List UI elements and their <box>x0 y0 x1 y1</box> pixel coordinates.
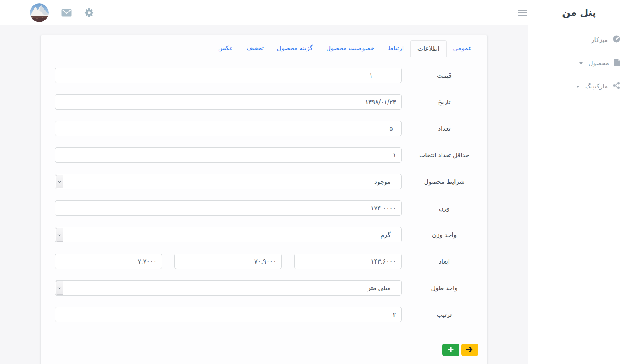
hamburger-menu-icon[interactable] <box>518 10 527 16</box>
sidebar-item-marketing[interactable]: مارکتینگ <box>528 79 631 94</box>
dimension-width-input[interactable] <box>174 254 282 269</box>
sidebar-item-label: مارکتینگ <box>585 83 608 90</box>
field-label: ابعاد <box>402 258 487 265</box>
chevron-down-icon <box>57 179 61 183</box>
dimension-length-input[interactable] <box>294 254 401 269</box>
field-label: ترتیب <box>402 311 487 318</box>
condition-select-value: موجود <box>374 178 391 186</box>
top-bar: پنل من <box>0 0 631 25</box>
select-dropdown-button[interactable] <box>56 228 63 242</box>
form-row-length-unit: واحد طول میلی متر <box>41 280 487 296</box>
form-row-min-select: حداقل تعداد انتخاب <box>41 147 487 163</box>
field-label: واحد وزن <box>402 231 487 239</box>
file-icon <box>614 59 620 68</box>
page-title: پنل من <box>562 7 596 18</box>
form-row-weight-unit: واحد وزن گرم <box>41 227 487 242</box>
chevron-down-icon <box>579 62 583 64</box>
form-actions <box>41 344 487 364</box>
chevron-down-icon <box>57 286 61 289</box>
form-row-date: تاریخ <box>41 94 487 110</box>
condition-select[interactable]: موجود <box>55 174 402 189</box>
field-label: واحد طول <box>402 284 487 292</box>
sort-order-input[interactable] <box>55 307 402 322</box>
form-row-sort-order: ترتیب <box>41 307 487 322</box>
form-row-condition: شرایط محصول موجود <box>41 174 487 189</box>
length-unit-select[interactable]: میلی متر <box>55 280 402 296</box>
sidebar-item-label: محصول <box>589 59 609 67</box>
weight-unit-select[interactable]: گرم <box>55 227 402 242</box>
add-button[interactable] <box>442 344 459 356</box>
plus-icon <box>447 346 454 354</box>
dashboard-icon <box>613 35 620 44</box>
product-info-form: قیمت تاریخ تعداد <box>41 57 487 364</box>
date-input[interactable] <box>55 94 402 110</box>
weight-unit-select-value: گرم <box>381 231 391 239</box>
tab-bar: عمومی اطلاعات ارتباط خصوصیت محصول گزینه … <box>45 40 483 57</box>
product-card: عمومی اطلاعات ارتباط خصوصیت محصول گزینه … <box>40 35 488 364</box>
sidebar-item-dashboard[interactable]: میزکار <box>528 32 631 47</box>
select-dropdown-button[interactable] <box>56 281 63 295</box>
field-label: شرایط محصول <box>402 178 487 186</box>
share-icon <box>613 82 620 91</box>
weight-input[interactable] <box>55 200 402 216</box>
field-label: وزن <box>402 205 487 212</box>
field-label: تاریخ <box>402 98 487 106</box>
form-row-dimensions: ابعاد <box>41 254 487 269</box>
brand-area: پنل من <box>527 7 631 18</box>
field-label: حداقل تعداد انتخاب <box>402 151 487 159</box>
mail-icon[interactable] <box>61 9 72 17</box>
arrow-right-icon <box>465 347 474 354</box>
submit-button[interactable] <box>461 344 478 356</box>
field-label: قیمت <box>402 72 487 79</box>
tab-general[interactable]: عمومی <box>447 40 479 57</box>
tab-photo[interactable]: عکس <box>211 40 240 57</box>
min-select-input[interactable] <box>55 147 402 163</box>
tab-product-option[interactable]: گزینه محصول <box>270 40 319 57</box>
select-dropdown-button[interactable] <box>56 175 63 188</box>
tab-information[interactable]: اطلاعات <box>410 40 447 57</box>
form-row-weight: وزن <box>41 200 487 216</box>
tab-discount[interactable]: تخفیف <box>240 40 270 57</box>
chevron-down-icon <box>57 232 61 236</box>
form-row-quantity: تعداد <box>41 121 487 136</box>
quantity-input[interactable] <box>55 121 402 136</box>
sidebar-item-label: میزکار <box>591 36 608 44</box>
form-row-price: قیمت <box>41 68 487 83</box>
dimension-height-input[interactable] <box>55 254 162 269</box>
tab-product-property[interactable]: خصوصیت محصول <box>319 40 381 57</box>
main-content: عمومی اطلاعات ارتباط خصوصیت محصول گزینه … <box>0 25 528 364</box>
price-input[interactable] <box>55 68 402 83</box>
user-avatar[interactable] <box>30 3 49 22</box>
tab-contact[interactable]: ارتباط <box>381 40 410 57</box>
field-label: تعداد <box>402 125 487 132</box>
gear-icon[interactable] <box>84 8 94 17</box>
sidebar: میزکار محصول <box>528 25 631 364</box>
sidebar-item-product[interactable]: محصول <box>528 56 631 71</box>
length-unit-select-value: میلی متر <box>368 284 391 292</box>
chevron-down-icon <box>576 86 579 88</box>
